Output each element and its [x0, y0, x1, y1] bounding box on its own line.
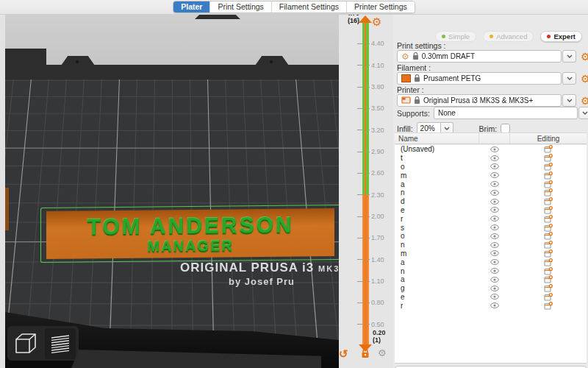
tab-print-settings[interactable]: Print Settings	[210, 1, 271, 13]
visibility-cell[interactable]	[479, 294, 510, 300]
mode-simple-button[interactable]: Simple	[435, 31, 476, 42]
object-name[interactable]: s	[395, 224, 479, 232]
object-row[interactable]: t	[395, 154, 587, 163]
object-row[interactable]: o	[395, 232, 587, 241]
eye-icon[interactable]	[490, 181, 499, 187]
preview-view-button[interactable]	[45, 328, 76, 359]
object-name[interactable]: (Unsaved)	[395, 145, 479, 153]
editing-cell[interactable]	[510, 241, 587, 249]
object-row[interactable]: a	[395, 275, 587, 284]
visibility-cell[interactable]	[479, 199, 510, 205]
object-row[interactable]: o	[395, 163, 587, 171]
edit-icon[interactable]	[544, 284, 553, 292]
object-name[interactable]: d	[395, 197, 479, 205]
visibility-cell[interactable]	[479, 242, 510, 248]
object-row[interactable]: d	[395, 197, 587, 206]
editing-cell[interactable]	[510, 145, 587, 153]
visibility-cell[interactable]	[479, 233, 510, 239]
edit-icon[interactable]	[544, 180, 553, 188]
object-name[interactable]: a	[395, 275, 479, 283]
object-row[interactable]: e	[395, 293, 587, 302]
slider-options-gear-icon[interactable]: ⚙	[378, 348, 387, 358]
filament-combo[interactable]: Prusament PETG	[397, 72, 562, 85]
print-settings-gear-button[interactable]: ⚙	[581, 52, 588, 62]
object-row[interactable]: n	[395, 188, 587, 197]
edit-icon[interactable]	[544, 171, 553, 180]
visibility-cell[interactable]	[479, 224, 510, 230]
printer-dropdown-button[interactable]	[562, 94, 576, 107]
slider-lock-icon[interactable]	[361, 349, 370, 358]
object-name[interactable]: e	[395, 206, 479, 214]
editing-cell[interactable]	[510, 154, 587, 162]
3d-viewport[interactable]: TOM ANDERSON MANAGER ORIGINAL PRUSA i3 M…	[5, 15, 339, 368]
object-row[interactable]: m	[395, 250, 587, 258]
editing-cell[interactable]	[510, 302, 587, 310]
edit-icon[interactable]	[544, 163, 553, 171]
edit-icon[interactable]	[544, 224, 553, 232]
visibility-cell[interactable]	[479, 216, 510, 222]
print-settings-dropdown-button[interactable]	[562, 50, 576, 63]
mode-advanced-button[interactable]: Advanced	[483, 31, 534, 42]
object-name[interactable]: n	[395, 241, 479, 249]
editing-cell[interactable]	[510, 232, 587, 240]
object-name[interactable]: a	[395, 258, 479, 266]
visibility-cell[interactable]	[479, 155, 510, 161]
object-row[interactable]: n	[395, 241, 587, 250]
eye-icon[interactable]	[490, 172, 499, 178]
editing-cell[interactable]	[510, 180, 587, 188]
editing-cell[interactable]	[510, 206, 587, 214]
eye-icon[interactable]	[490, 199, 499, 205]
supports-dropdown-button[interactable]	[578, 107, 588, 119]
column-visibility[interactable]	[479, 133, 510, 144]
visibility-cell[interactable]	[479, 250, 510, 256]
tab-plater[interactable]: Plater	[173, 1, 210, 13]
object-name[interactable]: n	[395, 188, 479, 197]
editing-cell[interactable]	[510, 293, 587, 301]
editing-cell[interactable]	[510, 215, 587, 223]
visibility-cell[interactable]	[479, 286, 510, 291]
tab-printer-settings[interactable]: Printer Settings	[347, 1, 415, 13]
edit-icon[interactable]	[544, 250, 553, 258]
eye-icon[interactable]	[490, 224, 499, 230]
editing-cell[interactable]	[510, 197, 587, 205]
eye-icon[interactable]	[490, 302, 499, 308]
visibility-cell[interactable]	[479, 259, 510, 265]
object-name[interactable]: r	[395, 302, 479, 310]
supports-combo[interactable]: None	[434, 107, 578, 119]
object-row[interactable]: n	[395, 266, 587, 275]
layer-settings-gear-icon[interactable]: ⚙	[372, 16, 381, 27]
eye-icon[interactable]	[490, 155, 499, 161]
eye-icon[interactable]	[490, 207, 499, 213]
editor-view-button[interactable]	[10, 328, 41, 359]
eye-icon[interactable]	[490, 268, 499, 274]
edit-icon[interactable]	[544, 267, 553, 275]
object-name[interactable]: m	[395, 250, 479, 258]
object-row[interactable]: (Unsaved)	[395, 145, 587, 154]
eye-icon[interactable]	[490, 259, 499, 265]
filament-dropdown-button[interactable]	[562, 72, 576, 85]
eye-icon[interactable]	[490, 277, 499, 283]
visibility-cell[interactable]	[479, 207, 510, 213]
edit-icon[interactable]	[544, 145, 553, 153]
edit-icon[interactable]	[544, 215, 553, 223]
visibility-cell[interactable]	[479, 172, 510, 178]
editing-cell[interactable]	[510, 267, 587, 275]
eye-icon[interactable]	[490, 216, 499, 222]
nameplate-model[interactable]: TOM ANDERSON MANAGER	[46, 208, 334, 259]
editing-cell[interactable]	[510, 188, 587, 197]
editing-cell[interactable]	[510, 275, 587, 283]
object-row[interactable]: r	[395, 301, 587, 310]
visibility-cell[interactable]	[479, 163, 510, 169]
editing-cell[interactable]	[510, 258, 587, 266]
object-name[interactable]: o	[395, 232, 479, 240]
mode-expert-button[interactable]: Expert	[540, 31, 582, 42]
object-name[interactable]: t	[395, 154, 479, 162]
eye-icon[interactable]	[490, 233, 499, 239]
column-editing[interactable]: Editing	[510, 133, 587, 144]
object-name[interactable]: r	[395, 215, 479, 223]
object-row[interactable]: e	[395, 206, 587, 215]
tab-filament-settings[interactable]: Filament Settings	[272, 1, 347, 13]
editing-cell[interactable]	[510, 224, 587, 232]
visibility-cell[interactable]	[479, 190, 510, 196]
edit-icon[interactable]	[544, 293, 553, 301]
